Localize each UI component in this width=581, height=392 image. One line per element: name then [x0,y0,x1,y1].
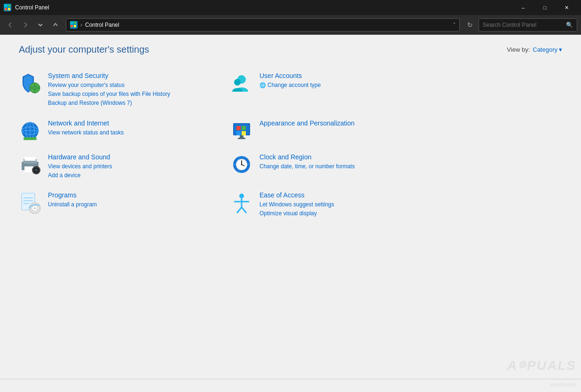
svg-rect-22 [242,126,246,130]
svg-point-49 [34,207,36,209]
recent-locations-button[interactable] [34,18,47,31]
ease-of-access-link-1[interactable]: Let Windows suggest settings [259,200,432,209]
system-security-link-2[interactable]: Save backup copies of your files with Fi… [48,90,221,99]
ease-of-access-text: Ease of Access Let Windows suggest setti… [259,191,432,218]
categories-grid: System and Security Review your computer… [19,66,442,224]
user-accounts-icon [230,72,253,94]
address-icon [70,21,78,29]
ease-of-access-title[interactable]: Ease of Access [259,191,432,199]
system-security-title[interactable]: System and Security [48,72,221,79]
category-hardware-sound: Hardware and Sound View devices and prin… [19,148,230,186]
svg-rect-26 [238,138,245,139]
clock-region-text: Clock and Region Change date, time, or n… [259,153,432,171]
svg-rect-2 [5,8,7,10]
navigation-bar: › Control Panel ˅ ↻ 🔍 [0,15,581,35]
view-by-label: View by: [507,46,530,53]
programs-text: Programs Uninstall a program [48,191,221,209]
svg-rect-24 [242,131,246,135]
svg-rect-21 [236,126,241,130]
category-system-security: System and Security Review your computer… [19,66,230,114]
address-bar[interactable]: › Control Panel ˅ [66,18,460,31]
category-clock-region: Clock and Region Change date, time, or n… [230,148,442,186]
svg-rect-25 [240,135,243,138]
hardware-sound-link-2[interactable]: Add a device [48,171,221,180]
view-by-control: View by: Category ▾ [507,46,562,53]
svg-rect-1 [8,5,10,7]
address-text: Control Panel [85,22,450,28]
category-appearance: Appearance and Personalization [230,114,442,148]
category-programs: Programs Uninstall a program [19,186,230,224]
network-internet-title[interactable]: Network and Internet [48,119,221,127]
page-title: Adjust your computer's settings [19,44,149,55]
address-separator: › [80,22,82,28]
system-security-text: System and Security Review your computer… [48,72,221,108]
system-security-link-1[interactable]: Review your computer's status [48,81,221,90]
network-internet-icon [19,119,41,142]
user-accounts-link-1[interactable]: 🌐 Change account type [259,81,432,90]
address-dropdown-button[interactable]: ˅ [453,22,455,27]
svg-rect-3 [8,8,10,10]
svg-line-54 [242,207,246,213]
forward-button[interactable] [19,18,32,31]
appearance-text: Appearance and Personalization [259,119,432,128]
search-box[interactable]: 🔍 [479,18,577,31]
view-by-dropdown[interactable]: Category ▾ [533,46,562,53]
category-ease-of-access: Ease of Access Let Windows suggest setti… [230,186,442,224]
search-icon[interactable]: 🔍 [566,22,573,28]
search-input[interactable] [483,22,563,28]
svg-point-33 [35,169,38,172]
clock-region-icon [230,153,253,176]
title-bar: Control Panel – □ ✕ [0,0,581,15]
system-security-link-3[interactable]: Backup and Restore (Windows 7) [48,99,221,108]
svg-rect-5 [74,22,76,24]
system-security-icon [19,72,41,94]
window-controls: – □ ✕ [512,0,577,15]
network-internet-link-1[interactable]: View network status and tasks [48,128,221,137]
status-bar [0,379,581,392]
clock-region-title[interactable]: Clock and Region [259,153,432,161]
user-accounts-text: User Accounts 🌐 Change account type [259,72,432,90]
hardware-sound-title[interactable]: Hardware and Sound [48,153,221,161]
svg-rect-30 [24,157,36,161]
ease-of-access-icon [230,191,253,214]
page-title-row: Adjust your computer's settings View by:… [19,44,562,55]
programs-title[interactable]: Programs [48,191,221,199]
hardware-sound-link-1[interactable]: View devices and printers [48,162,221,171]
svg-rect-18 [24,137,37,140]
minimize-button[interactable]: – [512,0,534,15]
svg-rect-6 [71,25,73,27]
svg-rect-23 [236,131,241,135]
close-button[interactable]: ✕ [556,0,577,15]
hardware-sound-icon [19,153,41,176]
category-user-accounts: User Accounts 🌐 Change account type [230,66,442,114]
refresh-button[interactable]: ↻ [463,18,477,31]
app-icon [4,4,11,11]
appearance-icon [230,119,253,142]
programs-icon [19,191,41,214]
svg-point-41 [241,164,243,165]
hardware-sound-text: Hardware and Sound View devices and prin… [48,153,221,180]
up-button[interactable] [49,18,62,31]
svg-point-50 [239,194,244,198]
svg-rect-4 [71,22,73,24]
network-internet-text: Network and Internet View network status… [48,119,221,137]
svg-rect-7 [74,25,76,27]
user-accounts-title[interactable]: User Accounts [259,72,432,79]
svg-point-12 [234,79,241,86]
svg-rect-0 [5,5,7,7]
category-network-internet: Network and Internet View network status… [19,114,230,148]
ease-of-access-link-2[interactable]: Optimize visual display [259,209,432,218]
appearance-title[interactable]: Appearance and Personalization [259,119,432,127]
maximize-button[interactable]: □ [534,0,556,15]
clock-region-link-1[interactable]: Change date, time, or number formats [259,162,432,171]
back-button[interactable] [4,18,17,31]
svg-line-53 [237,207,242,213]
programs-link-1[interactable]: Uninstall a program [48,200,221,209]
main-content: Adjust your computer's settings View by:… [0,35,581,379]
window-title: Control Panel [15,4,49,11]
title-bar-left: Control Panel [4,4,49,11]
